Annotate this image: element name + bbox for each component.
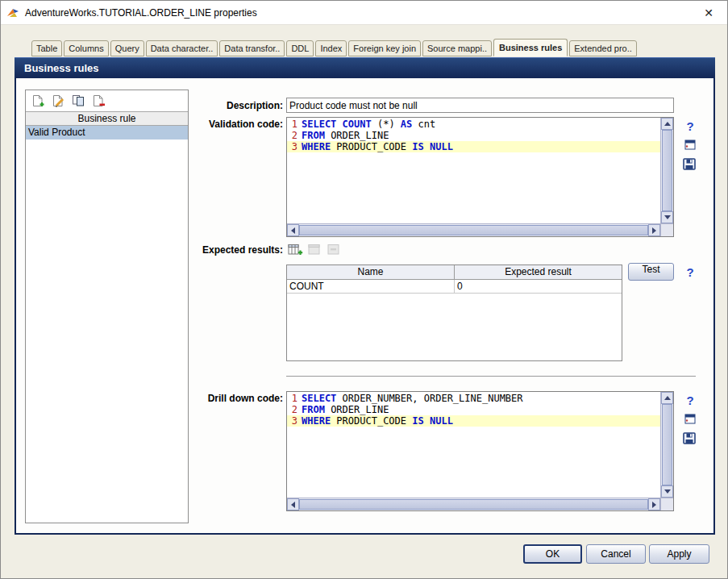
line-number: 3: [287, 415, 297, 427]
edit-expected-result-icon: [307, 244, 322, 256]
results-table-row[interactable]: COUNT0: [287, 280, 622, 294]
validation-horizontal-scrollbar[interactable]: [287, 223, 660, 236]
cancel-button[interactable]: Cancel: [586, 544, 646, 564]
scroll-up-icon[interactable]: [661, 392, 673, 404]
scrollbar-thumb[interactable]: [299, 499, 648, 510]
code-line: 1SELECT COUNT (*) AS cnt: [287, 119, 660, 130]
scroll-up-icon[interactable]: [661, 118, 673, 130]
test-button[interactable]: Test: [628, 263, 674, 281]
line-number: 2: [287, 404, 297, 415]
scrollbar-thumb[interactable]: [662, 404, 672, 485]
description-input[interactable]: [286, 98, 674, 113]
scroll-right-icon[interactable]: [648, 224, 660, 236]
code-line: 3WHERE PRODUCT_CODE IS NULL: [287, 415, 660, 427]
close-icon[interactable]: ✕: [695, 6, 722, 19]
results-table-body: COUNT0: [287, 280, 622, 294]
tab-bar: TableColumnsQueryData character..Data tr…: [31, 39, 716, 56]
validation-open-editor-icon[interactable]: [682, 140, 698, 150]
scroll-left-icon[interactable]: [287, 498, 299, 510]
scroll-right-icon[interactable]: [648, 498, 660, 510]
drilldown-code-area[interactable]: 1SELECT ORDER_NUMBER, ORDER_LINE_NUMBER2…: [287, 392, 660, 498]
rules-panel: Business rule Valid Product: [25, 90, 189, 523]
tab-extended-pro[interactable]: Extended pro..: [569, 40, 637, 56]
drilldown-vertical-scrollbar[interactable]: [660, 392, 673, 498]
validation-save-icon[interactable]: [681, 158, 697, 170]
code-line: 1SELECT ORDER_NUMBER, ORDER_LINE_NUMBER: [287, 393, 660, 404]
section-divider: [286, 376, 696, 377]
validation-code-editor: 1SELECT COUNT (*) AS cnt2FROM ORDER_LINE…: [286, 117, 674, 237]
validation-help-icon[interactable]: ?: [682, 119, 698, 133]
tab-source-mappi[interactable]: Source mappi..: [422, 40, 492, 56]
validation-code-area[interactable]: 1SELECT COUNT (*) AS cnt2FROM ORDER_LINE…: [287, 118, 660, 223]
results-table-cell[interactable]: 0: [455, 280, 622, 293]
ok-button[interactable]: OK: [523, 544, 582, 564]
drilldown-help-icon[interactable]: ?: [682, 394, 698, 407]
apply-button[interactable]: Apply: [649, 544, 709, 564]
copy-rule-icon[interactable]: [72, 94, 85, 107]
content-panel: Business rule Valid Product Description:…: [15, 78, 715, 535]
results-column-header[interactable]: Expected result: [455, 265, 622, 279]
line-number: 2: [287, 130, 297, 141]
delete-expected-result-icon: [327, 244, 342, 256]
expected-results-label: Expected results:: [114, 244, 283, 256]
delete-rule-icon[interactable]: [92, 94, 106, 107]
results-column-header[interactable]: Name: [287, 265, 455, 279]
tab-query[interactable]: Query: [110, 40, 144, 56]
scrollbar-thumb[interactable]: [299, 225, 648, 235]
drilldown-save-icon[interactable]: [681, 432, 697, 444]
drilldown-code-editor: 1SELECT ORDER_NUMBER, ORDER_LINE_NUMBER2…: [286, 391, 674, 511]
section-title: Business rules: [24, 62, 99, 74]
code-line: 2FROM ORDER_LINE: [287, 404, 660, 415]
tab-table[interactable]: Table: [31, 40, 62, 56]
tab-columns[interactable]: Columns: [64, 40, 108, 56]
window-title: AdventureWorks.TUTORIAL.ORDER_LINE prope…: [25, 7, 257, 19]
add-expected-result-icon[interactable]: [288, 244, 303, 256]
section-header: Business rules: [15, 57, 715, 78]
scrollbar-corner: [660, 498, 673, 510]
drilldown-open-editor-icon[interactable]: [682, 414, 698, 424]
tab-data-transfor[interactable]: Data transfor..: [219, 40, 285, 56]
validation-code-label: Validation code:: [114, 119, 283, 130]
drilldown-code-label: Drill down code:: [114, 393, 283, 404]
add-rule-icon[interactable]: [31, 94, 45, 107]
drilldown-horizontal-scrollbar[interactable]: [287, 498, 660, 510]
app-icon: [6, 6, 20, 19]
description-label: Description:: [114, 100, 283, 111]
validation-vertical-scrollbar[interactable]: [660, 118, 673, 223]
tab-business-rules[interactable]: Business rules: [493, 39, 568, 56]
line-number: 1: [287, 119, 297, 130]
scroll-down-icon[interactable]: [661, 211, 673, 223]
tab-data-character[interactable]: Data character..: [146, 40, 218, 56]
scrollbar-thumb[interactable]: [662, 130, 672, 211]
line-number: 3: [287, 141, 297, 152]
results-table: NameExpected result COUNT0: [286, 265, 622, 361]
results-table-cell[interactable]: COUNT: [287, 280, 455, 293]
properties-dialog: AdventureWorks.TUTORIAL.ORDER_LINE prope…: [0, 0, 728, 579]
tab-index[interactable]: Index: [315, 40, 347, 56]
scrollbar-corner: [660, 223, 673, 236]
results-table-header: NameExpected result: [287, 265, 622, 280]
edit-rule-icon[interactable]: [52, 94, 65, 107]
scroll-left-icon[interactable]: [287, 224, 299, 236]
line-number: 1: [287, 393, 297, 404]
tab-foreign-key-join[interactable]: Foreign key join: [348, 40, 421, 56]
tab-ddl[interactable]: DDL: [286, 40, 314, 56]
expected-results-help-icon[interactable]: ?: [682, 265, 698, 279]
code-line: 3WHERE PRODUCT_CODE IS NULL: [287, 141, 660, 152]
title-bar: AdventureWorks.TUTORIAL.ORDER_LINE prope…: [1, 1, 727, 25]
code-line: 2FROM ORDER_LINE: [287, 130, 660, 141]
scroll-down-icon[interactable]: [661, 485, 673, 498]
